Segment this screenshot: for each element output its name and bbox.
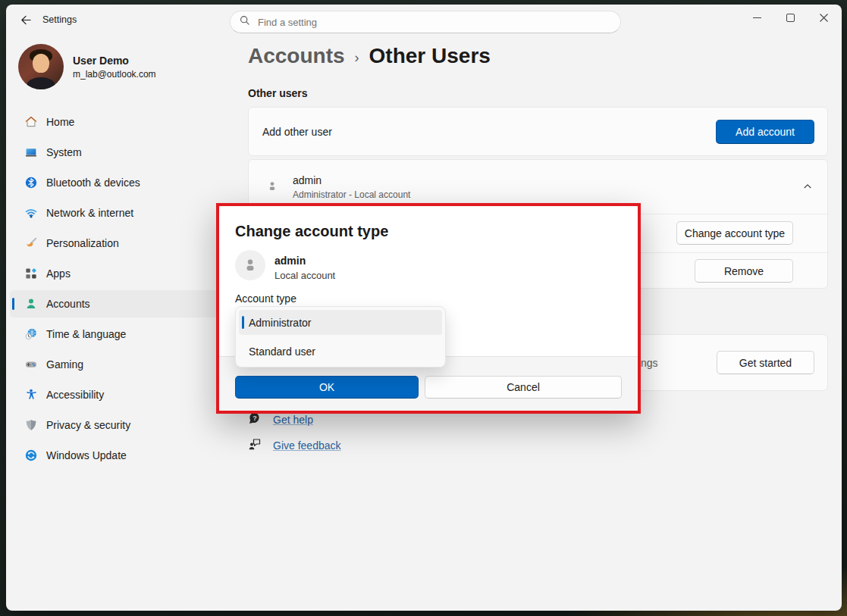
user-email: m_lab@outlook.com: [73, 69, 156, 80]
kiosk-description-fragment: ngs: [641, 357, 658, 369]
add-other-user-label: Add other user: [262, 126, 332, 138]
sidebar-item-windows-update[interactable]: Windows Update: [10, 442, 231, 469]
account-type-dropdown: Administrator Standard user: [235, 306, 446, 367]
user-avatar: [18, 44, 64, 89]
person-icon: [243, 258, 258, 273]
sidebar-item-accessibility[interactable]: Accessibility: [10, 381, 231, 408]
user-profile[interactable]: User Demo m_lab@outlook.com: [18, 44, 156, 89]
time-language-icon: [25, 328, 37, 340]
sidebar-item-label: Time & language: [46, 328, 126, 340]
user-name: User Demo: [73, 55, 156, 67]
privacy-shield-icon: [25, 419, 37, 431]
dialog-account-subtitle: Local account: [274, 270, 335, 281]
system-icon: [25, 146, 37, 158]
desktop-background: Settings: [0, 0, 847, 616]
apps-icon: [25, 267, 37, 280]
titlebar: Settings: [6, 5, 842, 39]
feedback-person-icon: [248, 437, 262, 454]
accessibility-icon: [25, 389, 37, 401]
search-icon: [240, 15, 258, 29]
close-button[interactable]: [807, 5, 840, 32]
sidebar-item-label: Personalization: [46, 237, 119, 249]
change-account-type-dialog: Change account type admin Local account …: [219, 206, 638, 411]
sidebar-item-label: Gaming: [46, 358, 83, 371]
personalization-icon: [25, 237, 37, 249]
minimize-icon: [753, 13, 761, 24]
get-started-button[interactable]: Get started: [717, 351, 814, 374]
svg-text:?: ?: [253, 414, 257, 422]
sidebar-item-label: Network & internet: [46, 207, 133, 219]
sidebar-item-network-internet[interactable]: Network & internet: [10, 199, 231, 227]
sidebar-item-label: Privacy & security: [46, 419, 130, 431]
breadcrumb: Accounts › Other Users: [248, 44, 491, 68]
minimize-button[interactable]: [740, 5, 773, 32]
sidebar-item-personalization[interactable]: Personalization: [10, 230, 231, 257]
settings-window: Settings: [6, 5, 842, 611]
app-title: Settings: [42, 14, 77, 25]
sidebar-item-bluetooth-devices[interactable]: Bluetooth & devices: [10, 169, 231, 196]
chevron-up-icon[interactable]: [802, 181, 813, 192]
sidebar-item-label: Home: [46, 116, 74, 128]
sidebar-item-label: Apps: [46, 267, 71, 280]
account-type-label: Account type: [235, 292, 296, 305]
search-input[interactable]: [258, 17, 611, 28]
section-label-other-users: Other users: [248, 87, 308, 99]
maximize-icon: [786, 13, 795, 24]
sidebar-item-label: Accounts: [46, 298, 90, 310]
sidebar-nav: Home System Bluetooth & devices Network …: [10, 108, 231, 469]
dropdown-option-standard-user[interactable]: Standard user: [239, 339, 442, 364]
get-help-link[interactable]: ? Get help: [248, 411, 313, 428]
ok-button[interactable]: OK: [235, 376, 419, 399]
network-icon: [25, 207, 37, 219]
sidebar-item-gaming[interactable]: Gaming: [10, 351, 231, 378]
window-controls: [740, 5, 840, 32]
breadcrumb-accounts[interactable]: Accounts: [248, 44, 345, 68]
dialog-user-avatar: [235, 250, 265, 280]
dialog-title: Change account type: [235, 223, 388, 240]
sidebar-item-apps[interactable]: Apps: [10, 260, 231, 287]
back-button[interactable]: [15, 11, 36, 32]
sidebar-item-label: Windows Update: [46, 449, 127, 461]
back-arrow-icon: [20, 14, 32, 28]
home-icon: [25, 116, 37, 128]
dropdown-option-administrator[interactable]: Administrator: [239, 310, 442, 335]
gaming-icon: [25, 358, 37, 371]
help-bubble-icon: ?: [248, 411, 262, 428]
sidebar-item-privacy-security[interactable]: Privacy & security: [10, 411, 231, 439]
admin-account-subtitle: Administrator - Local account: [293, 189, 410, 200]
windows-update-icon: [25, 449, 37, 461]
give-feedback-label: Give feedback: [273, 439, 341, 452]
sidebar-item-home[interactable]: Home: [10, 108, 231, 136]
maximize-button[interactable]: [773, 5, 807, 32]
search-box[interactable]: [230, 11, 621, 33]
sidebar-item-label: Accessibility: [46, 389, 104, 401]
accounts-icon: [25, 298, 37, 310]
bluetooth-icon: [25, 177, 37, 189]
red-annotation-box: Change account type admin Local account …: [216, 203, 641, 414]
sidebar-item-time-language[interactable]: Time & language: [10, 321, 231, 348]
close-icon: [820, 13, 828, 24]
cancel-button[interactable]: Cancel: [425, 376, 622, 399]
sidebar-item-label: System: [46, 146, 82, 158]
sidebar-item-accounts[interactable]: Accounts: [10, 290, 231, 317]
dialog-account-name: admin: [274, 255, 306, 267]
page-title: Other Users: [369, 44, 491, 68]
breadcrumb-separator-icon: ›: [355, 46, 359, 66]
add-account-button[interactable]: Add account: [716, 120, 814, 144]
give-feedback-link[interactable]: Give feedback: [248, 437, 341, 454]
sidebar-item-system[interactable]: System: [10, 139, 231, 166]
add-other-user-card: Add other user Add account: [248, 107, 828, 156]
get-help-label: Get help: [273, 414, 313, 426]
remove-button[interactable]: Remove: [695, 259, 793, 283]
sidebar-item-label: Bluetooth & devices: [46, 177, 140, 189]
person-icon: [266, 180, 278, 192]
change-account-type-button[interactable]: Change account type: [676, 221, 793, 245]
admin-account-name: admin: [293, 174, 322, 186]
